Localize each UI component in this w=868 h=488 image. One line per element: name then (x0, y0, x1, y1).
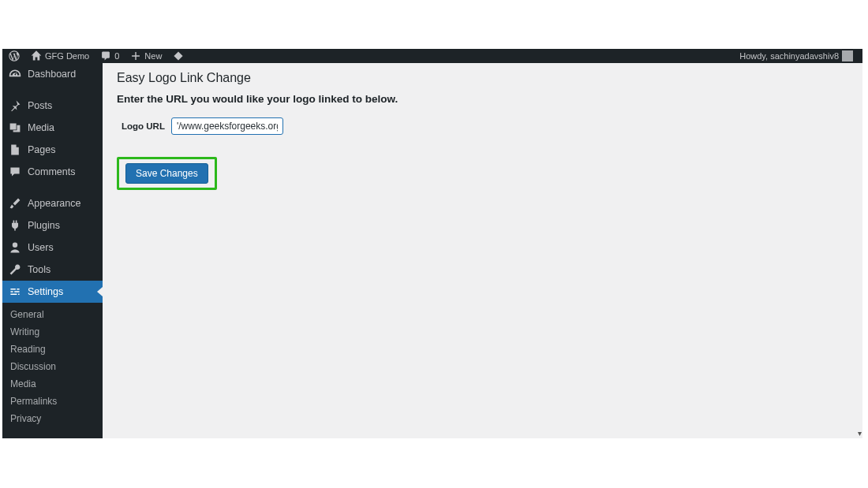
main-content: Easy Logo Link Change Enter the URL you … (103, 63, 862, 438)
site-name: GFG Demo (45, 51, 89, 61)
site-name-link[interactable]: GFG Demo (26, 50, 94, 61)
save-changes-button[interactable]: Save Changes (125, 163, 208, 184)
logo-url-input[interactable] (171, 117, 283, 135)
sidebar-item-settings[interactable]: Settings (2, 281, 103, 303)
comments-count: 0 (114, 51, 119, 61)
logo-url-row: Logo URL (122, 117, 848, 135)
admin-sidebar: Dashboard Posts Media (2, 63, 103, 438)
cache-menu[interactable] (168, 50, 189, 61)
comments-link[interactable]: 0 (95, 50, 124, 61)
sliders-icon (9, 285, 21, 298)
comment-icon (100, 50, 111, 61)
wordpress-icon (9, 50, 20, 61)
submenu-discussion[interactable]: Discussion (2, 358, 103, 375)
submenu-reading[interactable]: Reading (2, 341, 103, 358)
wp-logo-menu[interactable] (4, 50, 24, 61)
sidebar-item-users[interactable]: Users (2, 237, 103, 259)
sidebar-item-pages[interactable]: Pages (2, 139, 103, 161)
submenu-writing[interactable]: Writing (2, 323, 103, 341)
pin-icon (9, 99, 21, 112)
sidebar-item-media[interactable]: Media (2, 117, 103, 139)
page-title: Easy Logo Link Change (117, 71, 848, 85)
sidebar-item-label: Media (28, 122, 54, 133)
save-highlight-box: Save Changes (117, 157, 217, 190)
sidebar-item-plugins[interactable]: Plugins (2, 214, 103, 237)
howdy-text: Howdy, sachinyadavshiv8 (739, 51, 839, 61)
plug-icon (9, 219, 21, 232)
avatar (842, 50, 853, 61)
sidebar-item-label: Settings (28, 286, 63, 297)
submenu-media[interactable]: Media (2, 375, 103, 393)
new-content-link[interactable]: New (125, 50, 166, 61)
home-icon (31, 50, 42, 61)
page-subtitle: Enter the URL you would like your logo l… (117, 93, 848, 105)
settings-submenu: General Writing Reading Discussion Media… (2, 303, 103, 432)
scroll-indicator-icon: ▾ (858, 429, 862, 438)
sidebar-item-dashboard[interactable]: Dashboard (2, 63, 103, 85)
comment-icon (9, 166, 21, 178)
media-icon (9, 121, 21, 134)
sidebar-item-label: Plugins (28, 220, 60, 231)
sidebar-item-label: Appearance (28, 198, 80, 209)
sidebar-item-label: Posts (28, 100, 52, 111)
submenu-privacy[interactable]: Privacy (2, 410, 103, 427)
sidebar-item-comments[interactable]: Comments (2, 161, 103, 183)
sidebar-item-label: Comments (28, 166, 75, 177)
submenu-permalinks[interactable]: Permalinks (2, 393, 103, 410)
diamond-icon (173, 50, 184, 61)
sidebar-item-appearance[interactable]: Appearance (2, 192, 103, 214)
sidebar-item-posts[interactable]: Posts (2, 95, 103, 117)
plus-icon (130, 50, 141, 61)
dashboard-icon (9, 68, 21, 80)
account-link[interactable]: Howdy, sachinyadavshiv8 (735, 50, 858, 61)
sidebar-item-tools[interactable]: Tools (2, 259, 103, 281)
submenu-general[interactable]: General (2, 306, 103, 323)
sidebar-item-label: Dashboard (28, 69, 76, 80)
page-icon (9, 143, 21, 156)
brush-icon (9, 197, 21, 210)
admin-topbar: GFG Demo 0 New Howdy, s (2, 49, 862, 63)
sidebar-item-label: Pages (28, 144, 55, 155)
sidebar-item-label: Users (28, 242, 54, 253)
new-label: New (144, 51, 162, 61)
wrench-icon (9, 263, 21, 276)
logo-url-label: Logo URL (122, 121, 165, 131)
user-icon (9, 241, 21, 254)
sidebar-item-label: Tools (28, 264, 51, 275)
